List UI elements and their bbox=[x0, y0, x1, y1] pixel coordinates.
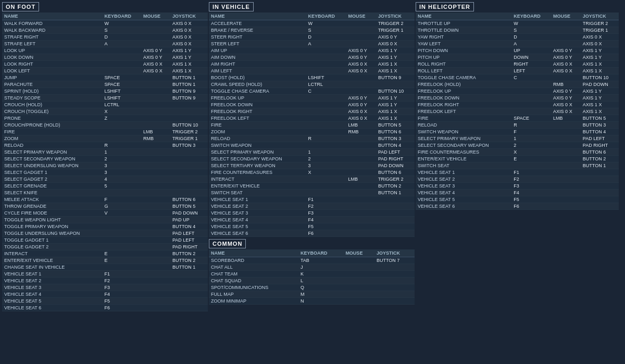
mouse-cell bbox=[346, 88, 376, 95]
table-row: SELECT UNDERSLUNG WEAPON3 bbox=[2, 162, 208, 169]
keyboard-cell bbox=[102, 61, 141, 68]
table-row: FULL MAPM bbox=[209, 291, 415, 298]
mouse-cell: LMB bbox=[141, 129, 170, 135]
mouse-cell bbox=[343, 291, 374, 298]
name-cell: ROLL LEFT bbox=[416, 68, 511, 74]
name-cell: VEHICLE SEAT 5 bbox=[209, 223, 306, 230]
keyboard-cell: F3 bbox=[306, 210, 346, 217]
keyboard-cell: V bbox=[102, 210, 141, 217]
mouse-cell bbox=[343, 284, 374, 291]
on-foot-col-mouse: MOUSE bbox=[141, 12, 170, 20]
keyboard-cell: Z bbox=[102, 115, 141, 122]
joystick-cell bbox=[374, 271, 415, 278]
keyboard-cell bbox=[306, 176, 346, 183]
name-cell: VEHICLE SEAT 5 bbox=[2, 298, 102, 305]
joystick-cell: BUTTON 9 bbox=[170, 95, 208, 102]
keyboard-cell bbox=[102, 122, 141, 129]
keyboard-cell: F4 bbox=[306, 217, 346, 223]
joystick-cell: AXIS 1 X bbox=[170, 61, 208, 68]
joystick-cell: TRIGGER 2 bbox=[376, 20, 415, 27]
table-row: FIRE COUNTERMEASURESXBUTTON 6 bbox=[209, 169, 415, 176]
on-foot-col-keyboard: KEYBOARD bbox=[102, 12, 141, 20]
mouse-cell bbox=[141, 196, 170, 203]
table-row: PRONEZ bbox=[2, 115, 208, 122]
page-container: ON FOOT NAME KEYBOARD MOUSE JOYSTICK WAL… bbox=[0, 0, 625, 313]
name-cell: SELECT GADGET 2 bbox=[2, 176, 102, 183]
joystick-cell: BUTTON 1 bbox=[376, 190, 415, 196]
name-cell: THROTTLE UP bbox=[416, 20, 511, 27]
table-row: SELECT SECONDARY WEAPON2PAD RIGHT bbox=[209, 156, 415, 162]
mouse-cell bbox=[141, 34, 170, 41]
joystick-cell: PAD DOWN bbox=[376, 162, 415, 169]
name-cell: SWITCH SEAT bbox=[209, 190, 306, 196]
keyboard-cell: X bbox=[102, 108, 141, 115]
keyboard-cell: 5 bbox=[102, 183, 141, 190]
in-helicopter-body: THROTTLE UPWTRIGGER 2THROTTLE DOWNSTRIGG… bbox=[416, 20, 619, 210]
table-row: RELOADRBUTTON 3 bbox=[209, 135, 415, 142]
table-row: SPRINT (HOLD)LSHIFTBUTTON 9 bbox=[2, 88, 208, 95]
mouse-cell bbox=[346, 34, 376, 41]
mouse-cell bbox=[141, 41, 170, 47]
mouse-cell: RMB bbox=[551, 81, 581, 88]
in-vehicle-table: NAME KEYBOARD MOUSE JOYSTICK ACCELERATEW… bbox=[209, 12, 415, 237]
mouse-cell: AXIS 0 X bbox=[346, 61, 376, 68]
mouse-cell bbox=[551, 129, 581, 135]
table-row: VEHICLE SEAT 4F4 bbox=[416, 190, 619, 196]
table-row: FREELOOK RIGHTAXIS 0 XAXIS 1 X bbox=[416, 102, 619, 108]
joystick-cell: PAD RIGHT bbox=[170, 244, 208, 250]
name-cell: PARACHUTE bbox=[2, 81, 102, 88]
name-cell: TOGGLE GADGET 1 bbox=[2, 237, 102, 244]
joystick-cell: BUTTON 1 bbox=[170, 81, 208, 88]
table-row: CHAT TEAMK bbox=[209, 271, 415, 278]
mouse-cell bbox=[141, 81, 170, 88]
table-row: TOGGLE GADGET 2PAD RIGHT bbox=[2, 244, 208, 250]
name-cell: SCOREBOARD bbox=[209, 257, 298, 264]
mouse-cell: AXIS 0 X bbox=[551, 102, 581, 108]
keyboard-cell: L bbox=[298, 278, 343, 284]
on-foot-col-joystick: JOYSTICK bbox=[170, 12, 208, 20]
table-row: TOGGLE UNDERSLUNG WEAPONPAD LEFT bbox=[2, 230, 208, 237]
in-helicopter-col-joystick: JOYSTICK bbox=[581, 12, 619, 20]
keyboard-cell: E bbox=[102, 257, 141, 264]
name-cell: ZOOM MINIMAP bbox=[209, 298, 298, 305]
common-col-name: NAME bbox=[209, 249, 298, 257]
common-col-keyboard: KEYBOARD bbox=[298, 249, 343, 257]
mouse-cell bbox=[346, 190, 376, 196]
name-cell: JUMP bbox=[2, 74, 102, 81]
table-row: WALK BACKWARDSAXIS 0 X bbox=[2, 27, 208, 34]
table-row: VEHICLE SEAT 5F5 bbox=[209, 223, 415, 230]
keyboard-cell: R bbox=[102, 142, 141, 149]
joystick-cell bbox=[170, 284, 208, 291]
joystick-cell: BUTTON 2 bbox=[376, 183, 415, 190]
mouse-cell bbox=[551, 135, 581, 142]
mouse-cell bbox=[551, 41, 581, 47]
joystick-cell bbox=[581, 190, 619, 196]
joystick-cell: AXIS 1 Y bbox=[376, 54, 415, 61]
mouse-cell: RMB bbox=[346, 129, 376, 135]
in-helicopter-table: NAME KEYBOARD MOUSE JOYSTICK THROTTLE UP… bbox=[416, 12, 619, 210]
mouse-cell: AXIS 0 Y bbox=[141, 47, 170, 54]
table-row: VEHICLE SEAT 6F6 bbox=[2, 305, 208, 311]
mouse-cell bbox=[346, 27, 376, 34]
joystick-cell: TRIGGER 2 bbox=[376, 176, 415, 183]
name-cell: RELOAD bbox=[209, 135, 306, 142]
keyboard-cell bbox=[306, 129, 346, 135]
keyboard-cell: W bbox=[511, 20, 551, 27]
common-col-mouse: MOUSE bbox=[343, 249, 374, 257]
on-foot-table: NAME KEYBOARD MOUSE JOYSTICK WALK FORWAR… bbox=[2, 12, 208, 311]
mouse-cell bbox=[141, 305, 170, 311]
joystick-cell: PAD LEFT bbox=[170, 237, 208, 244]
name-cell: ZOOM bbox=[2, 135, 102, 142]
table-row: CHAT ALLJ bbox=[209, 264, 415, 271]
joystick-cell bbox=[581, 169, 619, 176]
table-row: TOGGLE WEAPON LIGHTPAD UP bbox=[2, 217, 208, 223]
mouse-cell: AXIS 0 Y bbox=[551, 88, 581, 95]
joystick-cell bbox=[170, 162, 208, 169]
table-row: INTERACTEBUTTON 2 bbox=[2, 250, 208, 257]
table-row: THROW GRENADEGBUTTON 5 bbox=[2, 203, 208, 210]
name-cell: VEHICLE SEAT 2 bbox=[416, 176, 511, 183]
name-cell: FIRE bbox=[209, 122, 306, 129]
name-cell: SWITCH SEAT bbox=[416, 162, 511, 169]
name-cell: CROUCH (TOGGLE) bbox=[2, 108, 102, 115]
joystick-cell bbox=[170, 156, 208, 162]
